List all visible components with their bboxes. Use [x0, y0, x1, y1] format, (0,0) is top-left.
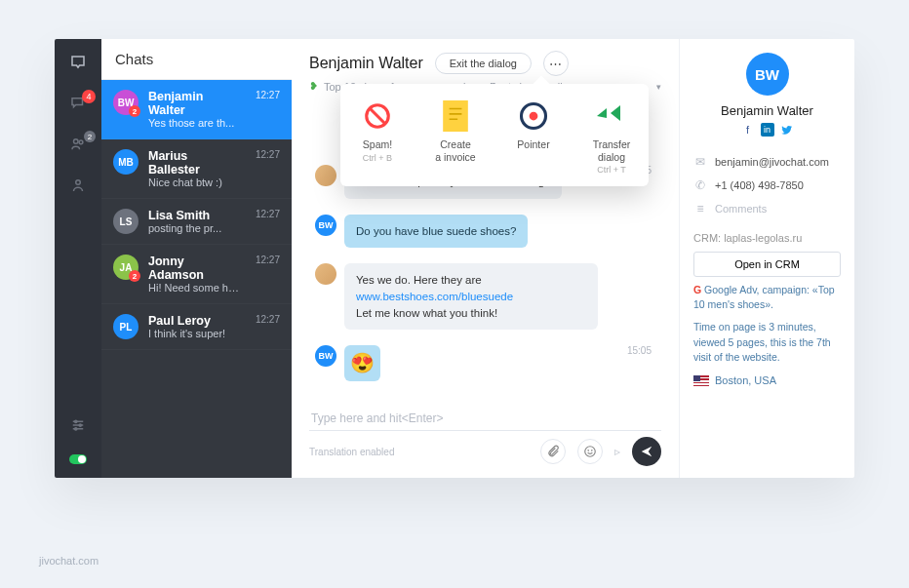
svg-point-5 [75, 428, 77, 430]
comments-row[interactable]: ≡ Comments [693, 197, 841, 220]
chat-time: 12:27 [256, 255, 280, 265]
visitor-location: Boston, USA [715, 374, 776, 386]
send-button[interactable] [632, 437, 661, 466]
chevron-right-icon: ▹ [614, 445, 620, 458]
app-window: 4 2 Chats BW 2 Benjamin Walter Yes those… [55, 39, 854, 478]
ban-icon [361, 99, 394, 133]
chat-time: 12:27 [256, 90, 280, 100]
invoice-icon [439, 99, 472, 133]
transfer-icon [595, 99, 628, 133]
message-bubble: 😍 [344, 345, 380, 381]
message-link[interactable]: www.bestshoes.com/bluesuede [356, 291, 513, 302]
visitor-name: Benjamin Walter [693, 103, 841, 118]
message-row: Yes we do. Here they are www.bestshoes.c… [315, 263, 655, 330]
composer-hint: Translation enabled [309, 447, 394, 457]
message-bubble: Yes we do. Here they are www.bestshoes.c… [344, 263, 598, 330]
svg-point-10 [585, 447, 596, 457]
svg-point-12 [591, 451, 592, 451]
details-panel: BW Benjamin Walter f in ✉ benjamin@jivoc… [679, 39, 854, 478]
send-icon [640, 445, 653, 458]
emoji-button[interactable] [577, 439, 603, 464]
chat-list-header: Chats [101, 39, 292, 80]
phone-icon: ✆ [693, 178, 707, 192]
chat-avatar: PL [113, 314, 138, 339]
thread-panel: Benjamin Walter Exit the dialog ⋯ ❥ Top … [292, 39, 679, 478]
popover-action[interactable]: Pointer [506, 99, 561, 175]
chat-name: Marius Ballester [148, 149, 242, 176]
profile-icon [69, 176, 87, 194]
comments-label: Comments [715, 203, 767, 215]
chat-time: 12:27 [256, 314, 280, 325]
message-row: BW Do you have blue suede shoes? [315, 215, 655, 249]
sliders-icon [69, 416, 87, 434]
watermark: jivochat.com [39, 555, 99, 567]
attach-button[interactable] [540, 439, 566, 464]
adv-info: G Google Adv, campaign: «Top 10 men's sh… [693, 283, 841, 312]
chat-item[interactable]: PL Paul Leroy I think it's super! 12:27 [101, 304, 292, 350]
popover-label: Createa invoice [428, 138, 483, 163]
svg-point-3 [75, 420, 77, 422]
pointer-icon [517, 99, 550, 133]
list-icon: ≡ [693, 202, 707, 216]
inbox-icon [69, 54, 87, 71]
exit-dialog-button[interactable]: Exit the dialog [435, 53, 532, 74]
chat-item[interactable]: JA 2 Jonny Adamson Hi! Need some he... 1… [101, 245, 292, 304]
message-time: 15:05 [627, 345, 652, 356]
chat-unread-badge: 2 [129, 270, 140, 282]
svg-point-1 [79, 140, 83, 144]
nav-users-badge: 2 [84, 131, 96, 142]
chat-avatar: LS [113, 209, 138, 234]
nav-users[interactable]: 2 [68, 135, 88, 154]
paperclip-icon [546, 445, 560, 458]
svg-rect-7 [443, 100, 468, 132]
phone-row[interactable]: ✆ +1 (408) 498-7850 [693, 174, 841, 197]
social-row: f in [693, 123, 841, 137]
nav-settings[interactable] [68, 415, 88, 435]
chat-preview: I think it's super! [148, 328, 242, 339]
chat-avatar: MB [113, 149, 138, 175]
popover-action[interactable]: Transferdialog Ctrl + T [584, 99, 639, 175]
chat-name: Jonny Adamson [148, 255, 242, 282]
nav-chats[interactable]: 4 [68, 94, 88, 113]
nav-inbox[interactable] [68, 53, 88, 72]
chat-item[interactable]: BW 2 Benjamin Walter Yes those are th...… [101, 80, 292, 139]
status-toggle[interactable] [69, 454, 87, 464]
visit-info: Time on page is 3 minutes, viewed 5 page… [693, 320, 841, 365]
popover-action[interactable]: Createa invoice [428, 99, 483, 175]
actions-popover: Spam! Ctrl + B Createa invoice Pointer T… [340, 84, 649, 186]
message-row: BW 😍 15:05 [315, 345, 655, 381]
popover-hint: Ctrl + T [584, 165, 639, 175]
chevron-down-icon: ▾ [656, 82, 661, 92]
visitor-email: benjamin@jivochat.com [715, 156, 829, 168]
chat-preview: posting the pr... [148, 222, 242, 234]
leaf-icon: ❥ [309, 80, 318, 93]
visitor-avatar: BW [746, 53, 789, 96]
facebook-icon[interactable]: f [741, 123, 755, 137]
message-bubble: Do you have blue suede shoes? [344, 215, 528, 249]
popover-label: Transferdialog [584, 138, 639, 163]
popover-hint: Ctrl + B [350, 153, 405, 163]
popover-action[interactable]: Spam! Ctrl + B [350, 99, 405, 175]
visitor-phone: +1 (408) 498-7850 [715, 179, 804, 191]
chat-preview: Hi! Need some he... [148, 282, 242, 294]
more-menu-button[interactable]: ⋯ [543, 51, 569, 76]
chat-item[interactable]: LS Lisa Smith posting the pr... 12:27 [101, 199, 292, 245]
svg-point-2 [76, 180, 81, 185]
email-row[interactable]: ✉ benjamin@jivochat.com [693, 150, 841, 174]
popover-label: Pointer [506, 138, 561, 151]
chat-time: 12:27 [256, 209, 280, 219]
nav-profile[interactable] [68, 176, 88, 195]
thread-title: Benjamin Walter [309, 55, 423, 72]
message-avatar: BW [315, 215, 336, 236]
message-avatar [315, 263, 336, 285]
composer: Translation enabled ▹ [292, 399, 679, 478]
twitter-icon[interactable] [780, 123, 794, 137]
chat-item[interactable]: MB Marius Ballester Nice chat btw :) 12:… [101, 139, 292, 199]
message-input[interactable] [309, 407, 661, 431]
message-avatar: BW [315, 345, 336, 367]
chat-time: 12:27 [256, 149, 280, 160]
chat-avatar: BW 2 [113, 90, 138, 115]
open-crm-button[interactable]: Open in CRM [693, 252, 841, 277]
chat-preview: Nice chat btw :) [148, 176, 242, 188]
linkedin-icon[interactable]: in [761, 123, 774, 137]
